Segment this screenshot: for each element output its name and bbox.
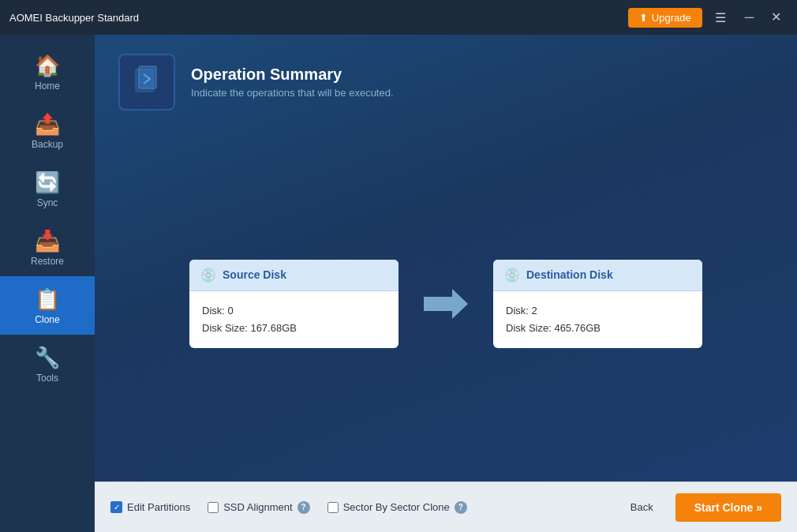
source-disk-number: Disk: 0 bbox=[202, 302, 386, 320]
sidebar-item-home[interactable]: 🏠 Home bbox=[0, 43, 95, 101]
bottombar: Edit Partitions SSD Alignment ? Sector B… bbox=[95, 481, 797, 532]
destination-disk-box: 💿 Destination Disk Disk: 2 Disk Size: 46… bbox=[493, 260, 702, 348]
minimize-button[interactable]: ─ bbox=[739, 8, 760, 27]
page-header: Operation Summary Indicate the operation… bbox=[95, 35, 797, 126]
ssd-alignment-option[interactable]: SSD Alignment ? bbox=[208, 501, 309, 514]
destination-disk-body: Disk: 2 Disk Size: 465.76GB bbox=[493, 291, 702, 348]
sidebar-label-backup: Backup bbox=[32, 139, 63, 150]
title-buttons: ⬆ Upgrade ☰ ─ ✕ bbox=[628, 7, 788, 28]
content-area: Operation Summary Indicate the operation… bbox=[95, 35, 797, 532]
source-disk-icon: 💿 bbox=[200, 268, 216, 283]
destination-disk-size: Disk Size: 465.76GB bbox=[506, 320, 690, 337]
sync-icon: 🔄 bbox=[35, 172, 60, 193]
sidebar-item-clone[interactable]: 📋 Clone bbox=[0, 276, 95, 335]
sidebar-item-tools[interactable]: 🔧 Tools bbox=[0, 335, 95, 393]
destination-disk-icon: 💿 bbox=[504, 268, 520, 283]
sidebar-label-tools: Tools bbox=[36, 373, 58, 384]
page-title: Operation Summary bbox=[191, 66, 394, 84]
ssd-alignment-help-icon[interactable]: ? bbox=[297, 501, 310, 514]
source-disk-box: 💿 Source Disk Disk: 0 Disk Size: 167.68G… bbox=[189, 260, 398, 348]
destination-disk-number: Disk: 2 bbox=[506, 302, 690, 320]
source-disk-header: 💿 Source Disk bbox=[189, 260, 398, 291]
ssd-alignment-checkbox[interactable] bbox=[208, 502, 219, 513]
edit-partitions-option[interactable]: Edit Partitions bbox=[110, 501, 190, 513]
sidebar-item-backup[interactable]: 📤 Backup bbox=[0, 101, 95, 159]
sector-clone-option[interactable]: Sector By Sector Clone ? bbox=[327, 501, 467, 514]
main-layout: 🏠 Home 📤 Backup 🔄 Sync 📥 Restore 📋 Clone… bbox=[0, 35, 797, 532]
menu-button[interactable]: ☰ bbox=[707, 7, 734, 28]
destination-disk-header: 💿 Destination Disk bbox=[493, 260, 702, 291]
sidebar-item-sync[interactable]: 🔄 Sync bbox=[0, 159, 95, 218]
diagram-area: 💿 Source Disk Disk: 0 Disk Size: 167.68G… bbox=[95, 126, 797, 481]
source-disk-body: Disk: 0 Disk Size: 167.68GB bbox=[189, 291, 398, 348]
edit-partitions-label: Edit Partitions bbox=[127, 501, 190, 513]
sector-clone-label: Sector By Sector Clone bbox=[343, 501, 450, 513]
upgrade-icon: ⬆ bbox=[639, 12, 648, 24]
sidebar-item-restore[interactable]: 📥 Restore bbox=[0, 218, 95, 276]
sidebar-label-restore: Restore bbox=[31, 256, 64, 267]
app-title: AOMEI Backupper Standard bbox=[9, 12, 628, 24]
upgrade-button[interactable]: ⬆ Upgrade bbox=[628, 8, 702, 28]
back-button[interactable]: Back bbox=[615, 495, 669, 519]
header-text: Operation Summary Indicate the operation… bbox=[191, 66, 394, 99]
sidebar: 🏠 Home 📤 Backup 🔄 Sync 📥 Restore 📋 Clone… bbox=[0, 35, 95, 532]
edit-partitions-checked-icon bbox=[110, 501, 122, 513]
clone-icon: 📋 bbox=[35, 289, 60, 309]
close-button[interactable]: ✕ bbox=[765, 8, 788, 27]
arrow-indicator bbox=[422, 287, 470, 321]
tools-icon: 🔧 bbox=[35, 347, 60, 368]
backup-icon: 📤 bbox=[35, 114, 60, 134]
operation-summary-icon bbox=[131, 63, 163, 102]
destination-disk-title: Destination Disk bbox=[526, 268, 613, 281]
page-subtitle: Indicate the operations that will be exe… bbox=[191, 87, 394, 99]
source-disk-title: Source Disk bbox=[223, 268, 286, 281]
restore-icon: 📥 bbox=[35, 230, 60, 251]
header-icon-box bbox=[118, 54, 175, 111]
ssd-alignment-label: SSD Alignment bbox=[223, 501, 292, 513]
source-disk-size: Disk Size: 167.68GB bbox=[202, 320, 386, 337]
sidebar-label-sync: Sync bbox=[37, 197, 58, 208]
start-clone-button[interactable]: Start Clone » bbox=[675, 493, 781, 522]
sidebar-label-clone: Clone bbox=[35, 314, 59, 325]
sidebar-label-home: Home bbox=[35, 81, 60, 92]
svg-marker-2 bbox=[424, 289, 468, 319]
sector-clone-help-icon[interactable]: ? bbox=[455, 501, 467, 514]
titlebar: AOMEI Backupper Standard ⬆ Upgrade ☰ ─ ✕ bbox=[0, 0, 797, 35]
sector-clone-checkbox[interactable] bbox=[327, 502, 339, 513]
home-icon: 🏠 bbox=[35, 55, 60, 76]
